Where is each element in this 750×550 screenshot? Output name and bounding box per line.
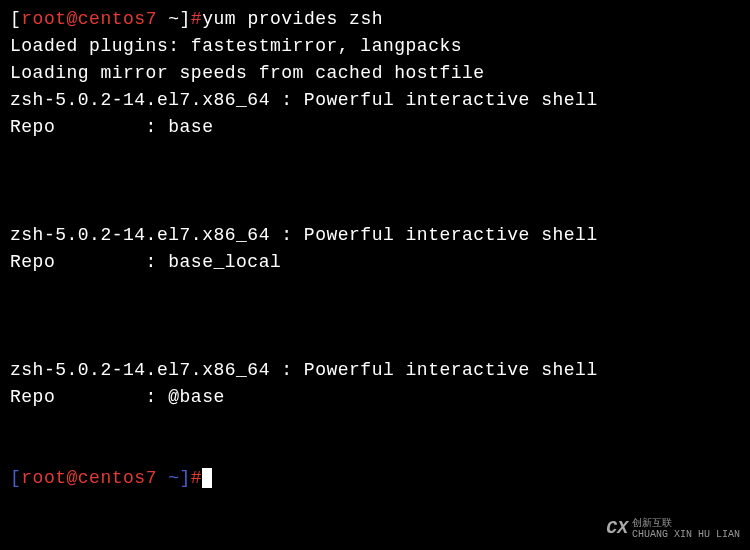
result-2-package: zsh-5.0.2-14.el7.x86_64 : Powerful inter…	[10, 222, 740, 249]
blank-line	[10, 276, 740, 303]
result-3-repo: Repo : @base	[10, 384, 740, 411]
result-2-repo: Repo : base_local	[10, 249, 740, 276]
bracket-open: [	[10, 9, 21, 29]
prompt-line-1: [root@centos7 ~]#yum provides zsh	[10, 6, 740, 33]
user-host: root@centos7	[21, 9, 157, 29]
tilde: ~	[157, 9, 180, 29]
blank-line	[10, 438, 740, 465]
cursor-icon	[202, 468, 212, 488]
bracket-close: ]	[180, 468, 191, 488]
blank-line	[10, 411, 740, 438]
prompt-line-2[interactable]: [root@centos7 ~]#	[10, 465, 740, 492]
blank-line	[10, 330, 740, 357]
output-line-1: Loaded plugins: fastestmirror, langpacks	[10, 33, 740, 60]
tilde: ~	[157, 468, 180, 488]
watermark-text-line1: 创新互联	[632, 518, 740, 529]
blank-line	[10, 195, 740, 222]
command-text: yum provides zsh	[202, 9, 383, 29]
result-1-repo: Repo : base	[10, 114, 740, 141]
hash-symbol: #	[191, 468, 202, 488]
output-line-2: Loading mirror speeds from cached hostfi…	[10, 60, 740, 87]
watermark-logo-icon: CX	[606, 515, 628, 542]
result-1-package: zsh-5.0.2-14.el7.x86_64 : Powerful inter…	[10, 87, 740, 114]
user-host: root@centos7	[21, 468, 157, 488]
blank-line	[10, 303, 740, 330]
blank-line	[10, 168, 740, 195]
watermark-text-block: 创新互联 CHUANG XIN HU LIAN	[632, 518, 740, 540]
bracket-close: ]	[180, 9, 191, 29]
blank-line	[10, 141, 740, 168]
bracket-open: [	[10, 468, 21, 488]
hash-symbol: #	[191, 9, 202, 29]
watermark-text-line2: CHUANG XIN HU LIAN	[632, 529, 740, 540]
result-3-package: zsh-5.0.2-14.el7.x86_64 : Powerful inter…	[10, 357, 740, 384]
watermark: CX 创新互联 CHUANG XIN HU LIAN	[606, 515, 740, 542]
